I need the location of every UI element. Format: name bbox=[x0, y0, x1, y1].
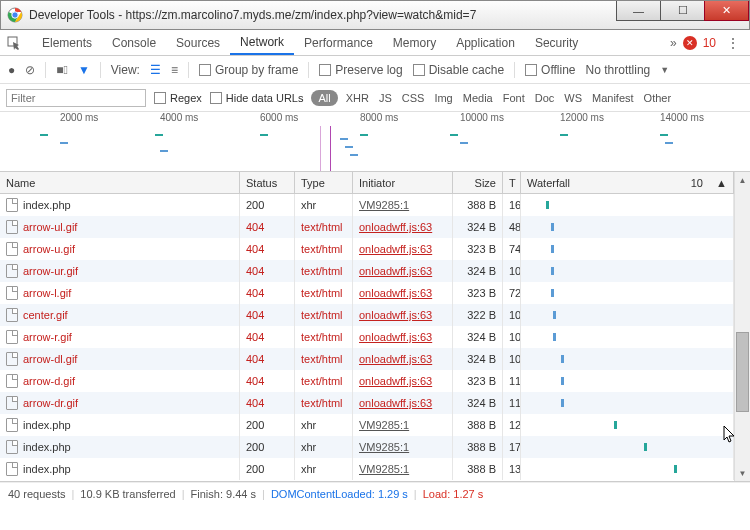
table-row[interactable]: center.gif404text/htmlonloadwff.js:63322… bbox=[0, 304, 734, 326]
preserve-log-checkbox[interactable] bbox=[319, 64, 331, 76]
request-initiator[interactable]: onloadwff.js:63 bbox=[353, 216, 453, 238]
filter-type-doc[interactable]: Doc bbox=[535, 92, 555, 104]
col-time[interactable]: T bbox=[503, 172, 521, 193]
request-size: 324 B bbox=[453, 392, 503, 414]
request-initiator[interactable]: VM9285:1 bbox=[353, 194, 453, 216]
filter-type-font[interactable]: Font bbox=[503, 92, 525, 104]
filter-input[interactable] bbox=[6, 89, 146, 107]
table-row[interactable]: index.php200xhrVM9285:1388 B12 bbox=[0, 414, 734, 436]
request-initiator[interactable]: onloadwff.js:63 bbox=[353, 238, 453, 260]
tab-network[interactable]: Network bbox=[230, 30, 294, 55]
filter-type-manifest[interactable]: Manifest bbox=[592, 92, 634, 104]
request-type: xhr bbox=[295, 194, 353, 216]
request-size: 323 B bbox=[453, 238, 503, 260]
col-size[interactable]: Size bbox=[453, 172, 503, 193]
clear-icon[interactable]: ⊘ bbox=[25, 63, 35, 77]
request-initiator[interactable]: onloadwff.js:63 bbox=[353, 282, 453, 304]
regex-label: Regex bbox=[170, 92, 202, 104]
error-badge-icon: ✕ bbox=[683, 36, 697, 50]
request-waterfall bbox=[521, 194, 734, 216]
timeline-label: 2000 ms bbox=[60, 112, 98, 123]
filter-type-ws[interactable]: WS bbox=[564, 92, 582, 104]
filter-all[interactable]: All bbox=[311, 90, 337, 106]
request-initiator[interactable]: VM9285:1 bbox=[353, 436, 453, 458]
tab-performance[interactable]: Performance bbox=[294, 30, 383, 55]
maximize-button[interactable]: ☐ bbox=[660, 1, 705, 21]
offline-checkbox[interactable] bbox=[525, 64, 537, 76]
preserve-log-label: Preserve log bbox=[335, 63, 402, 77]
tab-sources[interactable]: Sources bbox=[166, 30, 230, 55]
request-initiator[interactable]: VM9285:1 bbox=[353, 414, 453, 436]
more-tabs-icon[interactable]: » bbox=[670, 36, 677, 50]
timeline-label: 8000 ms bbox=[360, 112, 398, 123]
minimize-button[interactable]: — bbox=[616, 1, 661, 21]
table-row[interactable]: index.php200xhrVM9285:1388 B16 bbox=[0, 194, 734, 216]
filter-type-media[interactable]: Media bbox=[463, 92, 493, 104]
table-row[interactable]: index.php200xhrVM9285:1388 B13 bbox=[0, 458, 734, 480]
disable-cache-checkbox[interactable] bbox=[413, 64, 425, 76]
tab-console[interactable]: Console bbox=[102, 30, 166, 55]
request-type: xhr bbox=[295, 414, 353, 436]
separator bbox=[188, 62, 189, 78]
table-row[interactable]: arrow-l.gif404text/htmlonloadwff.js:6332… bbox=[0, 282, 734, 304]
table-row[interactable]: index.php200xhrVM9285:1388 B17 bbox=[0, 436, 734, 458]
request-waterfall bbox=[521, 458, 734, 480]
settings-menu-icon[interactable]: ⋮ bbox=[722, 35, 744, 51]
request-time: 16 bbox=[503, 194, 521, 216]
table-row[interactable]: arrow-ur.gif404text/htmlonloadwff.js:633… bbox=[0, 260, 734, 282]
request-initiator[interactable]: onloadwff.js:63 bbox=[353, 348, 453, 370]
filter-type-css[interactable]: CSS bbox=[402, 92, 425, 104]
inspect-icon[interactable] bbox=[6, 35, 22, 51]
col-type[interactable]: Type bbox=[295, 172, 353, 193]
throttling-select[interactable]: No throttling bbox=[586, 63, 651, 77]
camera-icon[interactable]: ■ͨ bbox=[56, 63, 68, 77]
tab-application[interactable]: Application bbox=[446, 30, 525, 55]
request-initiator[interactable]: onloadwff.js:63 bbox=[353, 260, 453, 282]
request-status: 404 bbox=[240, 216, 295, 238]
filter-type-xhr[interactable]: XHR bbox=[346, 92, 369, 104]
table-row[interactable]: arrow-dl.gif404text/htmlonloadwff.js:633… bbox=[0, 348, 734, 370]
request-waterfall bbox=[521, 326, 734, 348]
table-row[interactable]: arrow-ul.gif404text/htmlonloadwff.js:633… bbox=[0, 216, 734, 238]
file-icon bbox=[6, 418, 18, 432]
close-button[interactable]: ✕ bbox=[704, 1, 749, 21]
error-count[interactable]: 10 bbox=[703, 36, 716, 50]
table-row[interactable]: arrow-r.gif404text/htmlonloadwff.js:6332… bbox=[0, 326, 734, 348]
filter-icon[interactable]: ▼ bbox=[78, 63, 90, 77]
filter-type-img[interactable]: Img bbox=[434, 92, 452, 104]
request-initiator[interactable]: VM9285:1 bbox=[353, 458, 453, 480]
request-type: text/html bbox=[295, 392, 353, 414]
tab-memory[interactable]: Memory bbox=[383, 30, 446, 55]
separator bbox=[100, 62, 101, 78]
request-initiator[interactable]: onloadwff.js:63 bbox=[353, 370, 453, 392]
group-by-frame-checkbox[interactable] bbox=[199, 64, 211, 76]
request-initiator[interactable]: onloadwff.js:63 bbox=[353, 392, 453, 414]
col-name[interactable]: Name bbox=[0, 172, 240, 193]
request-type: xhr bbox=[295, 436, 353, 458]
large-rows-icon[interactable]: ☰ bbox=[150, 63, 161, 77]
file-icon bbox=[6, 396, 18, 410]
record-icon[interactable]: ● bbox=[8, 63, 15, 77]
timeline-overview[interactable]: 2000 ms4000 ms6000 ms8000 ms10000 ms1200… bbox=[0, 112, 750, 172]
table-row[interactable]: arrow-d.gif404text/htmlonloadwff.js:6332… bbox=[0, 370, 734, 392]
table-row[interactable]: arrow-u.gif404text/htmlonloadwff.js:6332… bbox=[0, 238, 734, 260]
tab-elements[interactable]: Elements bbox=[32, 30, 102, 55]
scrollbar-thumb[interactable] bbox=[736, 332, 749, 412]
col-initiator[interactable]: Initiator bbox=[353, 172, 453, 193]
regex-checkbox[interactable] bbox=[154, 92, 166, 104]
filter-type-other[interactable]: Other bbox=[644, 92, 672, 104]
tab-security[interactable]: Security bbox=[525, 30, 588, 55]
overview-icon[interactable]: ≡ bbox=[171, 63, 178, 77]
request-type: text/html bbox=[295, 216, 353, 238]
hide-data-urls-checkbox[interactable] bbox=[210, 92, 222, 104]
request-time: 72 bbox=[503, 282, 521, 304]
throttling-dropdown-icon[interactable]: ▼ bbox=[660, 65, 669, 75]
request-type: text/html bbox=[295, 238, 353, 260]
filter-type-js[interactable]: JS bbox=[379, 92, 392, 104]
request-initiator[interactable]: onloadwff.js:63 bbox=[353, 304, 453, 326]
request-initiator[interactable]: onloadwff.js:63 bbox=[353, 326, 453, 348]
table-row[interactable]: arrow-dr.gif404text/htmlonloadwff.js:633… bbox=[0, 392, 734, 414]
col-waterfall[interactable]: Waterfall10▲ bbox=[521, 172, 734, 193]
col-status[interactable]: Status bbox=[240, 172, 295, 193]
vertical-scrollbar[interactable]: ▲ ▼ bbox=[734, 172, 750, 481]
